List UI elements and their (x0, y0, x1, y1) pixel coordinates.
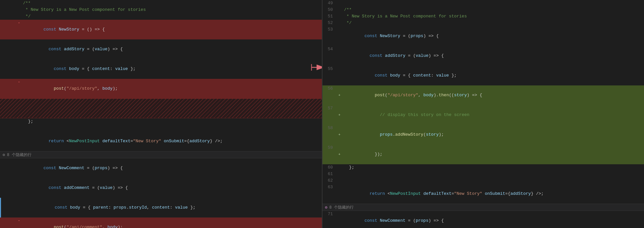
code-line: 63 return <NewPostInput defaultText="New… (322, 184, 644, 204)
code-line-deleted: - post("/api/comment", body); (0, 217, 322, 228)
code-line: return <NewPostInput defaultText="New St… (0, 131, 322, 151)
code-line: 60 }; (322, 164, 644, 171)
code-line: 49 (322, 0, 644, 7)
code-line: 61 (322, 171, 644, 177)
code-line: }; (0, 118, 322, 125)
code-line: 62 (322, 177, 644, 184)
code-line: 53 const NewStory = (props) => { (322, 26, 644, 46)
code-line: 54 const addStory = (value) => { (322, 46, 644, 66)
code-line: * New Story is a New Post component for … (0, 7, 322, 13)
code-line (0, 125, 322, 131)
code-line-deleted: - const NewStory = () => { (0, 20, 322, 39)
code-line: const addComment = (value) => { (0, 178, 322, 198)
code-line: const body = { content: value }; (0, 59, 322, 79)
code-line-added: 58 + props.addNewStory(story); (322, 125, 644, 145)
left-code-area[interactable]: /** * New Story is a New Post component … (0, 0, 322, 228)
hatch-area-left (0, 99, 322, 118)
gear-icon-right: ⚙ (325, 205, 327, 210)
code-line: 55 const body = { content: value }; (322, 66, 644, 85)
code-line: const NewComment = (props) => { (0, 158, 322, 178)
code-line: 52 */ (322, 20, 644, 26)
hidden-rows-indicator-right[interactable]: ⚙ 8 个隐藏的行 (322, 204, 644, 211)
code-line: 50 /** (322, 7, 644, 13)
code-line-added: 59 + }); (322, 145, 644, 164)
code-line: 71 const NewComment = (props) => { (322, 211, 644, 228)
right-code-area[interactable]: 49 50 /** 51 * New Story is a New Post c… (322, 0, 644, 228)
code-line: */ (0, 13, 322, 20)
code-line: const addStory = (value) => { (0, 39, 322, 59)
hidden-rows-indicator-left[interactable]: ⚙ 8 个隐藏的行 (0, 151, 322, 158)
code-line-added: 57 + // display this story on the screen (322, 105, 644, 125)
code-line-added: 56 + post("/api/story", body).then((stor… (322, 85, 644, 105)
right-pane: 49 50 /** 51 * New Story is a New Post c… (322, 0, 644, 228)
code-line: const body = { parent: props.storyId, co… (0, 198, 322, 217)
left-pane: /** * New Story is a New Post component … (0, 0, 322, 228)
hidden-rows-label-left: 8 个隐藏的行 (7, 152, 31, 158)
hidden-rows-label-right: 8 个隐藏的行 (329, 205, 354, 210)
code-line: /** (0, 0, 322, 7)
code-line-deleted: - post("/api/story", body); (0, 79, 322, 99)
code-line: 51 * New Story is a New Post component f… (322, 13, 644, 20)
hidden-rows-icon-left: ⚙ (3, 152, 5, 157)
